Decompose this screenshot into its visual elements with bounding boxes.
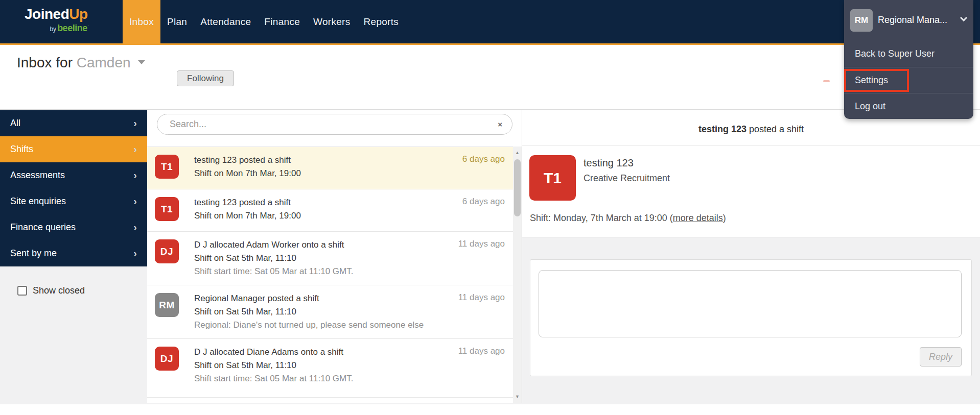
sidebar-item-assessments[interactable]: Assessments›	[0, 162, 147, 188]
scroll-up-icon[interactable]: ▲	[513, 149, 522, 157]
message-row[interactable]: RM Regional Manager posted a shift Shift…	[147, 285, 522, 339]
message-row[interactable]: T1 testing 123 posted a shift Shift on M…	[147, 147, 522, 189]
message-subtitle: Shift on Mon 7th Mar, 19:00	[194, 167, 445, 180]
message-time: 11 days ago	[458, 239, 505, 249]
tab-workers[interactable]: Workers	[307, 0, 357, 43]
chevron-right-icon: ›	[133, 247, 137, 259]
tab-plan[interactable]: Plan	[160, 0, 194, 43]
show-closed-checkbox[interactable]	[17, 286, 27, 296]
sidebar-item-shifts[interactable]: Shifts›	[0, 136, 147, 162]
message-title: D J allocated Adam Worker onto a shift	[194, 238, 445, 252]
message-time: 6 days ago	[462, 154, 505, 164]
message-title: testing 123 posted a shift	[194, 196, 445, 209]
logo-beeline-text: beeline	[57, 23, 87, 33]
scrollbar-thumb[interactable]	[514, 159, 521, 216]
detail-header: testing 123 posted a shift	[522, 124, 980, 135]
message-detail-panel: testing 123 posted a shift T1 testing 12…	[522, 110, 980, 237]
top-navbar: JoinedUp bybeeline· Inbox Plan Attendanc…	[0, 0, 980, 45]
sidebar-item-all[interactable]: All›	[0, 110, 147, 136]
detail-header-action: posted a shift	[746, 124, 804, 134]
page-title: Inbox for Camden	[17, 55, 145, 71]
divider	[522, 145, 980, 146]
message-subtitle: Shift on Sat 5th Mar, 11:10	[194, 252, 445, 265]
sidebar-item-label: Assessments	[10, 170, 65, 181]
menu-item-settings[interactable]: Settings	[844, 67, 973, 93]
more-details-link[interactable]: more details	[673, 213, 723, 223]
message-row[interactable]: DJ D J allocated Adam Worker onto a shif…	[147, 232, 522, 285]
reply-card: Reply	[530, 259, 972, 376]
message-note: Shift start time: Sat 05 Mar at 11:10 GM…	[194, 265, 445, 278]
avatar: T1	[155, 197, 179, 221]
chevron-right-icon: ›	[133, 195, 137, 207]
chevron-right-icon: ›	[133, 143, 137, 155]
message-note: Shift start time: Sat 05 Mar at 11:10 GM…	[194, 372, 445, 385]
search-input[interactable]	[157, 114, 512, 134]
joinedup-logo[interactable]: JoinedUp bybeeline·	[25, 7, 89, 34]
menu-item-log-out[interactable]: Log out	[844, 93, 973, 119]
inbox-filter-menu: All› Shifts› Assessments› Site enquiries…	[0, 110, 147, 266]
list-scrollbar[interactable]: ▲ ▼	[513, 147, 522, 403]
clear-search-icon[interactable]: ×	[498, 120, 502, 128]
detail-sender-name: testing 123	[584, 157, 634, 169]
avatar: DJ	[155, 347, 179, 371]
tab-inbox[interactable]: Inbox	[123, 0, 160, 43]
shift-summary: Shift: Monday, 7th March at 19:00 (more …	[530, 213, 726, 224]
show-closed-control: Show closed	[17, 285, 85, 296]
message-title: Regional Manager posted a shift	[194, 292, 445, 305]
message-subtitle: Shift on Sat 5th Mar, 11:10	[194, 305, 445, 319]
shift-summary-suffix: )	[723, 213, 726, 223]
chevron-right-icon: ›	[133, 169, 137, 181]
logo-trademark: ·	[87, 23, 89, 29]
message-title: D J allocated Diane Adams onto a shift	[194, 346, 445, 359]
message-subtitle: Shift on Mon 7th Mar, 19:00	[194, 209, 445, 223]
sidebar-item-label: Finance queries	[10, 222, 76, 233]
detail-sender-company: Creative Recruitment	[584, 173, 670, 184]
user-menu-trigger[interactable]: RM Regional Mana...	[844, 0, 973, 41]
tab-finance[interactable]: Finance	[258, 0, 307, 43]
avatar: DJ	[155, 239, 179, 263]
location-selector[interactable]: Camden	[77, 55, 131, 70]
detail-header-sender: testing 123	[698, 124, 746, 134]
message-row[interactable]: DJ D J allocated Diane Adams onto a shif…	[147, 339, 522, 398]
sidebar-item-label: Shifts	[10, 144, 33, 155]
logo-wordmark: JoinedUp	[25, 7, 89, 22]
annotation-dash	[823, 80, 830, 82]
sidebar-item-label: All	[10, 118, 20, 129]
sidebar-item-label: Site enquiries	[10, 196, 66, 207]
message-subtitle: Shift on Sat 5th Mar, 11:10	[194, 359, 445, 372]
tab-attendance[interactable]: Attendance	[194, 0, 258, 43]
logo-up-text: Up	[69, 6, 87, 22]
logo-by-text: by	[50, 26, 56, 33]
message-row[interactable]: T1 testing 123 posted a shift Shift on M…	[147, 189, 522, 232]
message-list-panel: × T1 testing 123 posted a shift Shift on…	[147, 110, 522, 403]
sidebar-item-label: Sent by me	[10, 248, 57, 259]
logo-joined-text: Joined	[25, 6, 69, 22]
reply-button[interactable]: Reply	[920, 347, 962, 367]
scroll-down-icon[interactable]: ▼	[513, 393, 522, 401]
menu-item-back-to-super-user[interactable]: Back to Super User	[844, 41, 973, 67]
following-button[interactable]: Following	[177, 70, 234, 86]
sidebar-item-sent-by-me[interactable]: Sent by me›	[0, 240, 147, 266]
show-closed-label: Show closed	[33, 285, 85, 296]
message-note: Regional: Diane's not turned up, please …	[194, 319, 445, 332]
message-time: 6 days ago	[462, 197, 505, 207]
user-avatar: RM	[850, 9, 873, 32]
reply-textarea[interactable]	[539, 270, 962, 337]
tab-reports[interactable]: Reports	[357, 0, 406, 43]
caret-down-icon[interactable]	[138, 60, 145, 64]
shift-summary-text: Shift: Monday, 7th March at 19:00 (	[530, 213, 673, 223]
sidebar-item-site-enquiries[interactable]: Site enquiries›	[0, 188, 147, 214]
detail-avatar: T1	[529, 155, 576, 201]
chevron-right-icon: ›	[133, 221, 137, 233]
sidebar-item-finance-queries[interactable]: Finance queries›	[0, 214, 147, 240]
user-display-name: Regional Mana...	[878, 15, 947, 26]
search-box: ×	[157, 114, 512, 135]
chevron-right-icon: ›	[133, 117, 137, 129]
logo-byline: bybeeline·	[25, 21, 89, 34]
chevron-down-icon	[960, 14, 967, 21]
page-bottom-strip	[0, 404, 980, 415]
message-time: 11 days ago	[458, 292, 505, 303]
main-nav-tabs: Inbox Plan Attendance Finance Workers Re…	[123, 0, 405, 43]
app-window: JoinedUp bybeeline· Inbox Plan Attendanc…	[0, 0, 980, 415]
avatar: RM	[155, 293, 179, 317]
